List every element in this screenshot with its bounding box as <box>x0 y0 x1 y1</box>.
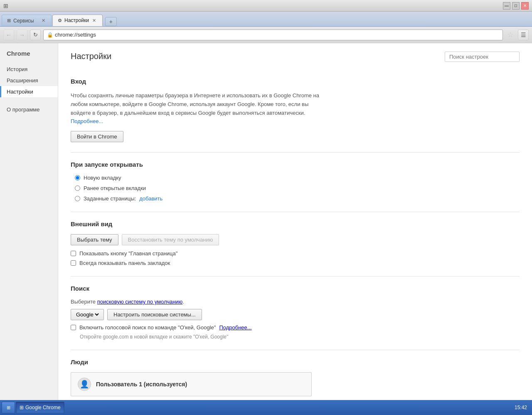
content-area: Настройки Вход Чтобы сохранять личные па… <box>58 43 532 400</box>
minimize-button[interactable]: — <box>503 2 510 10</box>
sidebar: Chrome История Расширения Настройки О пр… <box>0 43 58 400</box>
startup-radio-pages[interactable] <box>75 196 80 201</box>
voice-search-row: Включить голосовой поиск по команде "О'к… <box>71 324 520 331</box>
section-startup: При запуске открывать Новую вкладку Ране… <box>71 161 520 202</box>
show-home-btn-row: Показывать кнопку "Главная страница" <box>71 250 520 257</box>
voice-search-hint: Откройте google.com в новой вкладке и ск… <box>80 334 520 340</box>
tab-bar: ⊞ Сервисы ✕ ⚙ Настройки ✕ + <box>0 12 532 27</box>
new-tab-area: + <box>103 17 530 26</box>
startup-option-pages: Заданные страницы: добавить <box>75 195 520 202</box>
restore-theme-button: Восстановить тему по умолчанию <box>122 234 219 245</box>
startup-add-link[interactable]: добавить <box>139 195 163 202</box>
user-name: Пользователь 1 (используется) <box>96 381 187 388</box>
divider-1 <box>71 152 520 153</box>
sidebar-item-settings[interactable]: Настройки <box>0 86 58 97</box>
divider-3 <box>71 276 520 277</box>
refresh-button[interactable]: ↻ <box>30 30 41 40</box>
sidebar-item-extensions[interactable]: Расширения <box>0 75 58 86</box>
default-search-link[interactable]: поисковую систему по умолчанию <box>97 299 183 305</box>
voice-search-label[interactable]: Включить голосовой поиск по команде "О'к… <box>79 324 216 331</box>
taskbar-chrome-icon: ⊞ <box>20 405 24 410</box>
forward-button[interactable]: → <box>17 30 27 40</box>
startup-option-new-tab[interactable]: Новую вкладку <box>75 175 520 181</box>
configure-search-button[interactable]: Настроить поисковые системы... <box>107 309 202 320</box>
tab-services-close[interactable]: ✕ <box>40 18 46 24</box>
sidebar-brand: Chrome <box>0 50 58 64</box>
title-bar: ⊞ — □ ✕ <box>0 0 532 12</box>
startup-radio-restore[interactable] <box>75 185 80 191</box>
search-engine-row: Google Настроить поисковые системы... <box>71 309 520 320</box>
taskbar-chrome-label: Google Chrome <box>25 405 61 410</box>
search-title: Поиск <box>71 285 520 294</box>
show-home-button-checkbox[interactable] <box>71 251 76 256</box>
show-bookmarks-label[interactable]: Всегда показывать панель закладок <box>79 260 170 266</box>
show-bookmarks-checkbox[interactable] <box>71 260 76 266</box>
appearance-title: Внешний вид <box>71 220 520 229</box>
show-home-button-label[interactable]: Показывать кнопку "Главная страница" <box>79 250 177 257</box>
signin-button[interactable]: Войти в Chrome <box>71 131 123 142</box>
taskbar: ⊞ ⊞ Google Chrome 15:42 <box>0 400 532 415</box>
tab-settings[interactable]: ⚙ Настройки ✕ <box>52 15 103 26</box>
main-area: Chrome История Расширения Настройки О пр… <box>0 43 532 400</box>
tab-services-icon: ⊞ <box>7 18 11 23</box>
sidebar-item-about[interactable]: О программе <box>0 104 58 115</box>
bookmark-star[interactable]: ☆ <box>505 30 515 40</box>
show-bookmarks-row: Всегда показывать панель закладок <box>71 260 520 266</box>
voice-search-link[interactable]: Подробнее... <box>219 324 251 331</box>
divider-4 <box>71 350 520 350</box>
section-signin: Вход Чтобы сохранять личные параметры бр… <box>71 78 520 142</box>
title-bar-controls: — □ ✕ <box>503 2 529 10</box>
address-icon: 🔒 <box>47 32 53 38</box>
address-text: chrome://settings <box>55 32 96 38</box>
choose-theme-button[interactable]: Выбрать тему <box>71 234 118 245</box>
startup-option-restore[interactable]: Ранее открытые вкладки <box>75 185 520 191</box>
search-engine-select[interactable]: Google <box>74 311 100 318</box>
section-people: Люди 👤 Пользователь 1 (используется) Раз… <box>71 358 520 400</box>
tab-services[interactable]: ⊞ Сервисы ✕ <box>2 15 52 26</box>
theme-buttons: Выбрать тему Восстановить тему по умолча… <box>71 234 520 245</box>
divider-2 <box>71 212 520 212</box>
user-card: 👤 Пользователь 1 (используется) <box>71 372 312 396</box>
startup-title: При запуске открывать <box>71 161 520 170</box>
section-search: Поиск Выберите поисковую систему по умол… <box>71 285 520 340</box>
settings-search-input[interactable] <box>445 52 520 62</box>
nav-bar: ← → ↻ 🔒 chrome://settings ☆ ☰ <box>0 27 532 43</box>
title-bar-icon: ⊞ <box>3 2 8 9</box>
taskbar-start-button[interactable]: ⊞ <box>2 402 15 413</box>
search-desc: Выберите поисковую систему по умолчанию. <box>71 299 520 305</box>
people-title: Люди <box>71 358 520 367</box>
tab-settings-close[interactable]: ✕ <box>91 17 97 23</box>
user-avatar: 👤 <box>78 378 91 391</box>
new-tab-button[interactable]: + <box>105 17 117 26</box>
tab-settings-label: Настройки <box>64 17 89 23</box>
page-title: Настройки <box>71 52 111 61</box>
back-button[interactable]: ← <box>3 30 14 40</box>
voice-search-checkbox[interactable] <box>71 325 76 330</box>
signin-description: Чтобы сохранять личные параметры браузер… <box>71 91 320 126</box>
tab-settings-icon: ⚙ <box>58 18 62 23</box>
startup-options: Новую вкладку Ранее открытые вкладки Зад… <box>75 175 520 202</box>
tab-services-label: Сервисы <box>13 18 34 24</box>
sidebar-item-history[interactable]: История <box>0 64 58 75</box>
signin-learn-more-link[interactable]: Подробнее... <box>71 118 103 124</box>
signin-title: Вход <box>71 78 520 86</box>
settings-button[interactable]: ☰ <box>518 30 529 40</box>
section-appearance: Внешний вид Выбрать тему Восстановить те… <box>71 220 520 266</box>
browser-frame: ⊞ — □ ✕ ⊞ Сервисы ✕ ⚙ Настройки ✕ + ← → … <box>0 0 532 415</box>
startup-radio-new-tab[interactable] <box>75 175 80 180</box>
search-engine-dropdown[interactable]: Google <box>71 309 104 320</box>
taskbar-chrome-item[interactable]: ⊞ Google Chrome <box>16 402 64 413</box>
taskbar-clock: 15:42 <box>511 405 530 410</box>
maximize-button[interactable]: □ <box>512 2 520 10</box>
address-bar[interactable]: 🔒 chrome://settings <box>43 30 503 40</box>
close-button[interactable]: ✕ <box>521 2 529 10</box>
